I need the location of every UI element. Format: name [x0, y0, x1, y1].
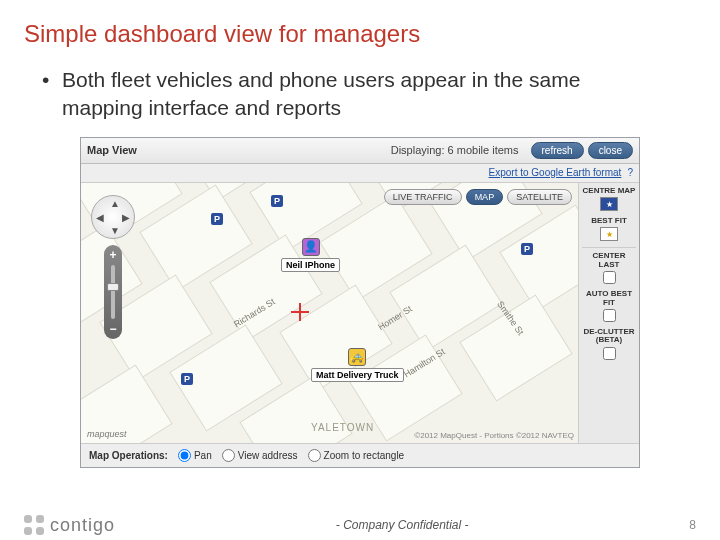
- map-sidebar: CENTRE MAP ★ BEST FIT ★ CENTER LAST AUTO…: [579, 183, 639, 443]
- map-title: Map View: [87, 144, 137, 156]
- person-icon: 👤: [302, 238, 320, 256]
- parking-icon: P: [271, 195, 283, 207]
- map-operations-bar: Map Operations: Pan View address Zoom to…: [81, 443, 639, 467]
- close-button[interactable]: close: [588, 142, 633, 159]
- map-type-satellite-button[interactable]: SATELLITE: [507, 189, 572, 205]
- provider-logo: mapquest: [87, 429, 127, 439]
- refresh-button[interactable]: refresh: [531, 142, 584, 159]
- op-pan-radio[interactable]: [178, 449, 191, 462]
- sidebar-label: AUTO BEST FIT: [582, 290, 636, 307]
- center-last-toggle[interactable]: CENTER LAST: [582, 252, 636, 284]
- auto-best-fit-checkbox[interactable]: [603, 309, 616, 322]
- sidebar-label: CENTER LAST: [582, 252, 636, 269]
- pan-control[interactable]: ▲ ▼ ◀ ▶: [91, 195, 135, 239]
- map-nav-cluster: ▲ ▼ ◀ ▶ + −: [91, 195, 141, 339]
- map-type-toggle: LIVE TRAFFIC MAP SATELLITE: [384, 189, 572, 205]
- export-google-earth-link[interactable]: Export to Google Earth format: [489, 167, 622, 178]
- center-last-checkbox[interactable]: [603, 271, 616, 284]
- logo-icon: [24, 515, 44, 535]
- sidebar-label: BEST FIT: [582, 217, 636, 225]
- sidebar-label: CENTRE MAP: [582, 187, 636, 195]
- marker-vehicle[interactable]: 🚕 Matt Delivery Truck: [311, 348, 404, 382]
- map-canvas[interactable]: Richards St Homer St Hamilton St Smithe …: [81, 183, 579, 443]
- op-view-radio[interactable]: [222, 449, 235, 462]
- op-view-address[interactable]: View address: [222, 449, 298, 462]
- export-row: Export to Google Earth format ?: [81, 164, 639, 183]
- pan-east-icon[interactable]: ▶: [122, 212, 130, 223]
- map-panel: Map View Displaying: 6 mobile items refr…: [80, 137, 640, 468]
- map-ops-title: Map Operations:: [89, 450, 168, 461]
- pan-north-icon[interactable]: ▲: [110, 198, 120, 209]
- marker-label: Neil IPhone: [281, 258, 340, 272]
- district-label: YALETOWN: [311, 422, 374, 433]
- auto-best-fit-toggle[interactable]: AUTO BEST FIT: [582, 290, 636, 322]
- marker-label: Matt Delivery Truck: [311, 368, 404, 382]
- map-titlebar: Map View Displaying: 6 mobile items refr…: [81, 138, 639, 164]
- slide-footer: contigo - Company Confidential - 8: [0, 510, 720, 540]
- help-icon[interactable]: ?: [627, 167, 633, 178]
- map-type-map-button[interactable]: MAP: [466, 189, 504, 205]
- pan-west-icon[interactable]: ◀: [96, 212, 104, 223]
- slide-title: Simple dashboard view for managers: [24, 20, 720, 48]
- star-icon: ★: [600, 227, 618, 241]
- op-label: View address: [238, 450, 298, 461]
- brand-logo: contigo: [24, 515, 115, 536]
- displaying-count: Displaying: 6 mobile items: [391, 144, 519, 156]
- op-zoom-radio[interactable]: [308, 449, 321, 462]
- zoom-out-button[interactable]: −: [104, 322, 122, 336]
- star-icon: ★: [600, 197, 618, 211]
- zoom-handle[interactable]: [107, 283, 119, 291]
- parking-icon: P: [521, 243, 533, 255]
- slide-bullet: Both fleet vehicles and phone users appe…: [42, 66, 660, 123]
- best-fit-button[interactable]: BEST FIT ★: [582, 217, 636, 241]
- parking-icon: P: [181, 373, 193, 385]
- declutter-toggle[interactable]: DE-CLUTTER (BETA): [582, 328, 636, 360]
- op-label: Zoom to rectangle: [324, 450, 405, 461]
- op-zoom-rect[interactable]: Zoom to rectangle: [308, 449, 405, 462]
- marker-phone-user[interactable]: 👤 Neil IPhone: [281, 238, 340, 272]
- pan-south-icon[interactable]: ▼: [110, 225, 120, 236]
- brand-name: contigo: [50, 515, 115, 536]
- sidebar-label: DE-CLUTTER (BETA): [582, 328, 636, 345]
- centre-map-button[interactable]: CENTRE MAP ★: [582, 187, 636, 211]
- vehicle-icon: 🚕: [348, 348, 366, 366]
- op-label: Pan: [194, 450, 212, 461]
- zoom-in-button[interactable]: +: [104, 248, 122, 262]
- confidential-label: - Company Confidential -: [115, 518, 689, 532]
- parking-icon: P: [211, 213, 223, 225]
- zoom-track[interactable]: [111, 265, 115, 319]
- map-copyright: ©2012 MapQuest - Portions ©2012 NAVTEQ: [414, 431, 574, 440]
- zoom-control: + −: [104, 245, 122, 339]
- live-traffic-button[interactable]: LIVE TRAFFIC: [384, 189, 462, 205]
- page-number: 8: [689, 518, 696, 532]
- declutter-checkbox[interactable]: [603, 347, 616, 360]
- op-pan[interactable]: Pan: [178, 449, 212, 462]
